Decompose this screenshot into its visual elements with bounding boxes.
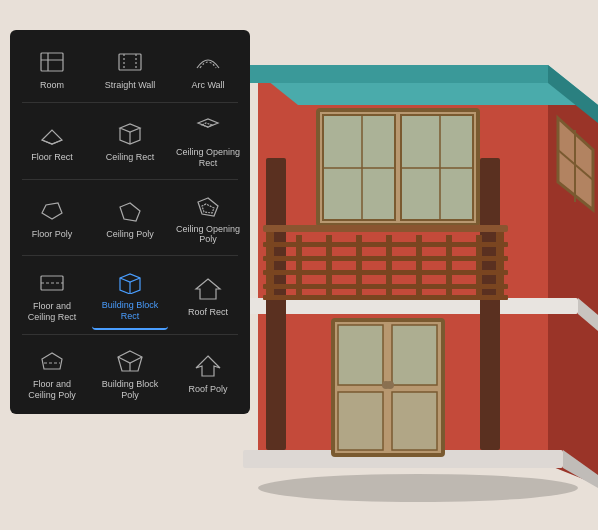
divider-3 [22, 255, 238, 256]
straight-wall-icon [114, 48, 146, 76]
toolbar-item-ceiling-rect[interactable]: Ceiling Rect [92, 107, 168, 175]
svg-rect-32 [263, 225, 508, 232]
ceiling-opening-rect-icon [192, 115, 224, 143]
svg-rect-35 [263, 270, 508, 275]
arc-wall-label: Arc Wall [191, 80, 224, 91]
svg-rect-14 [480, 158, 500, 450]
ceiling-opening-poly-label: Ceiling Opening Poly [174, 224, 242, 246]
toolbar-item-roof-poly[interactable]: Roof Poly [170, 339, 246, 407]
room-icon [36, 48, 68, 76]
svg-rect-40 [338, 325, 383, 385]
svg-rect-9 [238, 298, 578, 314]
floor-ceiling-rect-icon [36, 269, 68, 297]
svg-rect-43 [392, 392, 437, 450]
floor-ceiling-rect-label: Floor and Ceiling Rect [18, 301, 86, 323]
svg-rect-0 [41, 53, 63, 71]
toolbar-item-building-block-poly[interactable]: Building Block Poly [92, 339, 168, 407]
floor-ceiling-poly-label: Floor and Ceiling Poly [18, 379, 86, 401]
straight-wall-label: Straight Wall [105, 80, 156, 91]
divider-4 [22, 334, 238, 335]
toolbar-item-floor-ceiling-rect[interactable]: Floor and Ceiling Rect [14, 260, 90, 330]
building-block-poly-label: Building Block Poly [96, 379, 164, 401]
toolbar-item-building-block-rect[interactable]: Building Block Rect [92, 260, 168, 330]
toolbar-grid: Room Straight Wall Arc Wall Floor Rect [14, 38, 246, 406]
building-svg [218, 20, 598, 510]
svg-point-45 [386, 381, 394, 389]
roof-rect-label: Roof Rect [188, 307, 228, 318]
floor-ceiling-poly-icon [36, 347, 68, 375]
arc-wall-icon [192, 48, 224, 76]
svg-point-3 [258, 474, 578, 502]
floor-poly-label: Floor Poly [32, 229, 73, 240]
divider-2 [22, 179, 238, 180]
toolbar-item-roof-rect[interactable]: Roof Rect [170, 260, 246, 330]
roof-rect-icon [192, 275, 224, 303]
floor-rect-icon [36, 120, 68, 148]
building-block-poly-icon [114, 347, 146, 375]
room-label: Room [40, 80, 64, 91]
svg-rect-13 [266, 158, 286, 450]
divider-1 [22, 102, 238, 103]
svg-rect-33 [263, 242, 508, 247]
toolbar-item-ceiling-opening-poly[interactable]: Ceiling Opening Poly [170, 184, 246, 252]
toolbar-item-ceiling-opening-rect[interactable]: Ceiling Opening Rect [170, 107, 246, 175]
roof-poly-icon [192, 352, 224, 380]
svg-rect-42 [338, 392, 383, 450]
svg-rect-34 [263, 256, 508, 261]
ceiling-opening-poly-icon [192, 192, 224, 220]
toolbar-item-floor-poly[interactable]: Floor Poly [14, 184, 90, 252]
ceiling-rect-label: Ceiling Rect [106, 152, 155, 163]
ceiling-rect-icon [114, 120, 146, 148]
building-block-rect-icon [114, 268, 146, 296]
roof-poly-label: Roof Poly [188, 384, 227, 395]
building-block-rect-label: Building Block Rect [96, 300, 164, 322]
floor-poly-icon [36, 197, 68, 225]
svg-rect-1 [119, 54, 141, 70]
toolbar-item-floor-ceiling-poly[interactable]: Floor and Ceiling Poly [14, 339, 90, 407]
ceiling-poly-icon [114, 197, 146, 225]
toolbar-item-arc-wall[interactable]: Arc Wall [170, 38, 246, 98]
toolbar-item-ceiling-poly[interactable]: Ceiling Poly [92, 184, 168, 252]
ceiling-opening-rect-label: Ceiling Opening Rect [174, 147, 242, 169]
toolbar-item-straight-wall[interactable]: Straight Wall [92, 38, 168, 98]
toolbar-panel: Room Straight Wall Arc Wall Floor Rect [10, 30, 250, 414]
toolbar-item-room[interactable]: Room [14, 38, 90, 98]
toolbar-item-floor-rect[interactable]: Floor Rect [14, 107, 90, 175]
ceiling-poly-label: Ceiling Poly [106, 229, 154, 240]
svg-rect-37 [263, 295, 508, 300]
floor-rect-label: Floor Rect [31, 152, 73, 163]
svg-rect-41 [392, 325, 437, 385]
svg-rect-7 [248, 65, 548, 83]
svg-rect-36 [263, 284, 508, 289]
building-scene [218, 20, 598, 510]
